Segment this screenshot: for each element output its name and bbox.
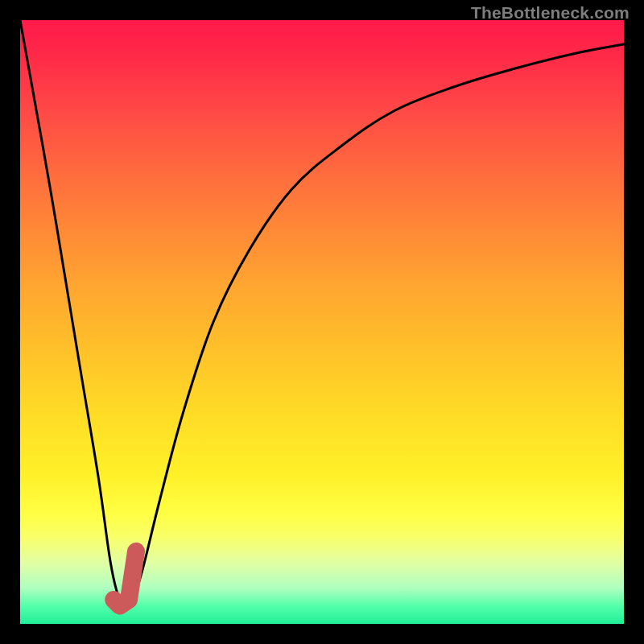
curve-layer [20, 20, 624, 624]
plot-area [20, 20, 624, 624]
watermark-text: TheBottleneck.com [471, 3, 630, 23]
j-marker [114, 551, 136, 606]
chart-frame: TheBottleneck.com [0, 0, 644, 644]
bottleneck-curve [20, 20, 624, 608]
